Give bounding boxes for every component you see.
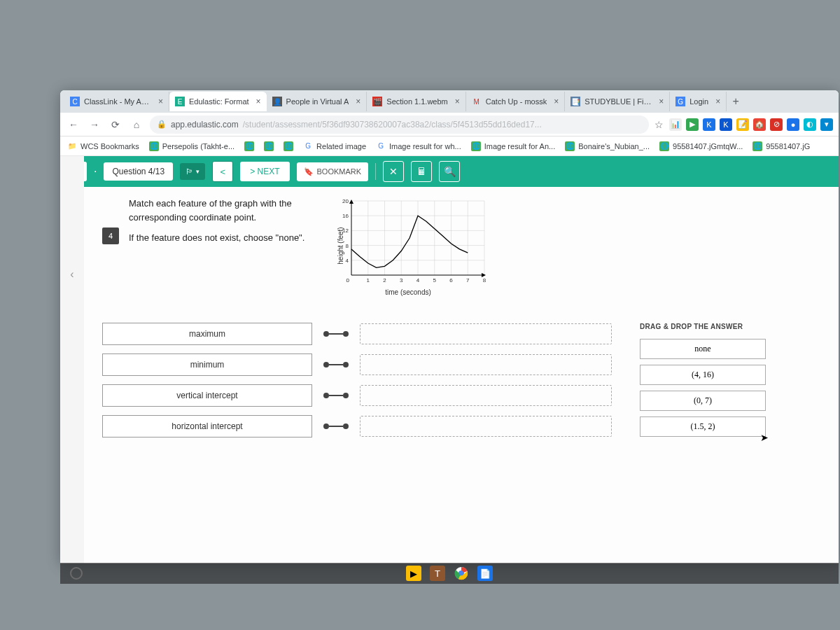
favicon: G <box>676 97 685 106</box>
close-question-button[interactable]: ✕ <box>383 161 404 182</box>
bookmark-button[interactable]: 🔖 BOOKMARK <box>297 162 369 181</box>
bookmark-item[interactable]: GRelated image <box>303 141 366 151</box>
bookmark-item[interactable]: 🌐Image result for An... <box>471 141 556 151</box>
feature-box[interactable]: minimum <box>102 354 312 376</box>
bookmark-item[interactable]: 🌐Bonaire's_Nubian_... <box>565 141 650 151</box>
question-prompt-1: Match each feature of the graph with the… <box>129 197 311 224</box>
tab-login[interactable]: GLogin× <box>670 92 727 111</box>
tab-title: Edulastic: Format <box>189 97 249 106</box>
extension-icon[interactable]: ◐ <box>804 118 816 131</box>
close-icon[interactable]: × <box>554 97 559 106</box>
answer-chip[interactable]: (4, 16) <box>640 365 766 385</box>
feature-box[interactable]: horizontal intercept <box>102 415 312 438</box>
bookmark-item[interactable]: 🌐 <box>244 141 254 151</box>
next-button[interactable]: > NEXT <box>240 162 289 181</box>
close-icon[interactable]: × <box>455 97 460 106</box>
taskbar-app-icon[interactable]: T <box>430 566 445 581</box>
taskbar-app-icon[interactable]: ▶ <box>406 566 421 581</box>
extension-icon[interactable]: ⊘ <box>770 118 783 131</box>
feature-box[interactable]: vertical intercept <box>102 384 312 407</box>
prev-button[interactable]: < <box>212 161 233 182</box>
extension-icon[interactable]: ● <box>787 118 799 131</box>
close-icon[interactable]: × <box>256 97 261 106</box>
taskbar-chrome-icon[interactable] <box>454 566 469 581</box>
answer-chip[interactable]: none <box>640 339 766 359</box>
bookmark-folder[interactable]: 📁WCS Bookmarks <box>67 141 139 151</box>
x-axis-label: time (seconds) <box>385 288 431 296</box>
graph-chart: height (feet) 48121620123456780 time (se… <box>328 197 489 295</box>
question-prompt-2: If the feature does not exist, choose "n… <box>129 231 311 245</box>
tab-studyblue[interactable]: 📑STUDYBLUE | Find× <box>565 92 670 111</box>
edulastic-app: E · Question 4/13 🏳 ▾ < > NEXT 🔖 BOOKMAR… <box>60 156 839 564</box>
feature-list: maximum minimum vertical intercept horiz… <box>102 323 612 438</box>
svg-text:5: 5 <box>433 277 437 284</box>
svg-text:6: 6 <box>449 277 453 284</box>
star-icon[interactable]: ☆ <box>654 119 664 130</box>
favicon: 🎬 <box>372 97 382 106</box>
question-text: Match each feature of the graph with the… <box>129 197 311 252</box>
tab-section[interactable]: 🎬Section 1.1.webm× <box>367 92 465 111</box>
bookmark-label: Image result for wh... <box>389 142 461 150</box>
taskbar-app-icon[interactable]: 📄 <box>477 566 493 581</box>
home-button[interactable]: ⌂ <box>129 117 144 132</box>
tab-edulastic[interactable]: EEdulastic: Format× <box>169 92 267 111</box>
close-icon[interactable]: × <box>715 97 720 106</box>
tab-classlink[interactable]: CClassLink - My Apps× <box>64 92 169 111</box>
drop-zone[interactable] <box>360 416 612 437</box>
extension-icons: 📊 ▶ K K 📝 🏠 ⊘ ● ◐ ▾ <box>669 118 833 131</box>
answer-chip[interactable]: (0, 7) <box>640 391 766 411</box>
extension-icon[interactable]: ▾ <box>820 118 833 131</box>
connector <box>323 362 349 368</box>
bookmark-item[interactable]: 🌐95581407.jGmtqW... <box>659 141 743 151</box>
bookmarks-bar: 📁WCS Bookmarks 🌐Persepolis (Takht-e... 🌐… <box>60 136 839 156</box>
extension-icon[interactable]: 📊 <box>669 118 682 131</box>
svg-text:7: 7 <box>466 277 470 284</box>
new-tab-button[interactable]: + <box>727 95 745 108</box>
feature-box[interactable]: maximum <box>102 323 312 345</box>
match-row: minimum <box>102 354 612 376</box>
drop-zone[interactable] <box>360 354 612 375</box>
question-content: 4 Match each feature of the graph with t… <box>60 187 839 452</box>
flag-button[interactable]: 🏳 ▾ <box>180 163 205 180</box>
extension-icon[interactable]: 📝 <box>736 118 749 131</box>
question-number: 4 <box>102 227 119 244</box>
svg-text:4: 4 <box>416 277 420 284</box>
svg-marker-28 <box>349 200 354 204</box>
drop-zone[interactable] <box>360 323 612 344</box>
forward-button[interactable]: → <box>87 117 102 132</box>
bookmark-item[interactable]: GImage result for wh... <box>376 141 461 151</box>
tab-title: Section 1.1.webm <box>386 97 447 106</box>
bookmark-label: Bonaire's_Nubian_... <box>578 142 650 150</box>
extension-icon[interactable]: ▶ <box>686 118 699 131</box>
extension-icon[interactable]: 🏠 <box>753 118 766 131</box>
bookmark-label: Persepolis (Takht-e... <box>162 142 234 150</box>
extension-icon[interactable]: K <box>720 118 732 131</box>
tab-title: Catch Up - mossk <box>486 97 547 106</box>
bookmark-item[interactable]: 🌐 <box>284 141 293 151</box>
answer-bank: DRAG & DROP THE ANSWER none(4, 16)(0, 7)… <box>640 323 766 442</box>
close-icon[interactable]: × <box>158 97 163 106</box>
extension-icon[interactable]: K <box>703 118 715 131</box>
back-button[interactable]: ← <box>66 117 81 132</box>
search-button[interactable]: 🔍 <box>439 161 460 182</box>
drop-zone[interactable] <box>360 385 612 406</box>
close-icon[interactable]: × <box>356 97 360 106</box>
tab-gmail[interactable]: MCatch Up - mossk× <box>466 92 565 111</box>
tab-title: Login <box>690 97 708 106</box>
favicon: 👤 <box>272 97 282 106</box>
tab-people[interactable]: 👤People in Virtual A× <box>267 92 368 111</box>
tab-title: ClassLink - My Apps <box>84 97 151 106</box>
reload-button[interactable]: ⟳ <box>108 117 123 132</box>
bookmark-item[interactable]: 🌐Persepolis (Takht-e... <box>149 141 234 151</box>
bookmark-item[interactable]: 🌐95581407.jG <box>752 141 810 151</box>
lock-icon: 🔒 <box>157 120 167 129</box>
address-bar[interactable]: 🔒 app.edulastic.com/student/assessment/5… <box>150 115 649 134</box>
close-icon[interactable]: × <box>659 97 664 106</box>
tab-strip: CClassLink - My Apps× EEdulastic: Format… <box>60 90 839 113</box>
bookmark-item[interactable]: 🌐 <box>264 141 274 151</box>
browser-toolbar: ← → ⟳ ⌂ 🔒 app.edulastic.com/student/asse… <box>60 113 839 136</box>
calculator-button[interactable]: 🖩 <box>411 161 432 182</box>
bookmark-label: Related image <box>316 142 366 150</box>
connector <box>323 424 349 429</box>
answer-chip[interactable]: (1.5, 2) <box>640 416 766 437</box>
